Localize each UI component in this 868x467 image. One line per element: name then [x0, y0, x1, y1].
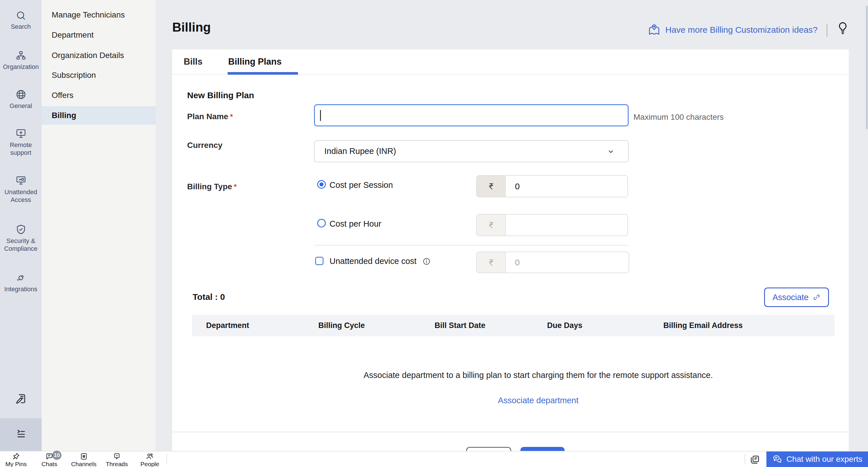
total-count: Total : 0 [193, 292, 225, 302]
unattended-device-cost-input[interactable]: 0 [476, 252, 629, 273]
bottom-bar-divider [745, 454, 745, 465]
radio-cost-per-session[interactable] [317, 180, 326, 189]
billing-ideas-text: Have more Billing Customization ideas? [665, 25, 817, 35]
rail-item-search[interactable]: Search [0, 10, 42, 30]
stacked-panels-icon[interactable] [750, 455, 760, 465]
bottom-item-my-pins[interactable]: My Pins [0, 453, 33, 467]
left-rail: Search Organization General Remote suppo… [0, 0, 42, 451]
scrollbar-thumb[interactable] [866, 6, 868, 129]
rail-item-console[interactable] [0, 428, 42, 439]
tab-bills[interactable]: Bills [184, 50, 203, 74]
remote-support-icon [16, 128, 26, 139]
unattended-device-cost-label: Unattended device cost [330, 257, 416, 266]
currency-label: Currency [187, 141, 222, 150]
billing-card: Bills Billing Plans New Billing Plan Pla… [172, 50, 849, 467]
cost-per-session-value: 0 [506, 176, 520, 197]
rail-item-label: Remote support [1, 141, 41, 156]
menu-item-department[interactable]: Department [42, 26, 156, 44]
rail-item-remote-support[interactable]: Remote support [0, 128, 42, 156]
rupee-icon [477, 176, 506, 197]
cost-per-session-label: Cost per Session [330, 180, 393, 190]
bottom-item-chats[interactable]: Chats 10 [32, 453, 67, 467]
cost-per-hour-input[interactable] [476, 214, 628, 236]
rail-item-label: Organization [3, 63, 39, 71]
associate-department-link[interactable]: Associate department [287, 396, 789, 405]
settings-menu-panel: Manage Technicians Department Organizati… [42, 0, 156, 451]
column-header: Billing Email Address [663, 315, 743, 336]
organization-icon [16, 51, 26, 61]
hash-channel-icon [80, 453, 88, 460]
radio-cost-per-hour[interactable] [317, 219, 326, 228]
required-asterisk: * [232, 182, 237, 191]
rail-bottom-section [0, 418, 42, 451]
billing-ideas-link[interactable]: Have more Billing Customization ideas? [648, 22, 817, 38]
column-header: Due Days [547, 315, 582, 336]
cost-per-hour-label: Cost per Hour [330, 219, 381, 229]
menu-item-billing[interactable]: Billing [42, 106, 156, 125]
rail-item-organization[interactable]: Organization [0, 51, 42, 71]
bottom-item-label: Threads [105, 461, 128, 467]
rail-item-label: Integrations [4, 285, 37, 293]
empty-state-message: Associate department to a billing plan t… [287, 371, 789, 380]
tab-billing-plans[interactable]: Billing Plans [228, 50, 282, 74]
unattended-device-cost-placeholder: 0 [506, 252, 520, 272]
rupee-icon [477, 214, 506, 235]
unattended-access-icon [16, 175, 26, 186]
associate-button[interactable]: Associate [764, 288, 829, 307]
section-divider [314, 245, 629, 245]
rupee-icon [477, 252, 506, 272]
plan-name-label: Plan Name* [187, 112, 233, 121]
chat-with-experts-label: Chat with our experts [786, 455, 863, 464]
chevron-down-icon [606, 147, 615, 156]
globe-icon [16, 89, 26, 100]
console-icon [15, 428, 27, 439]
people-icon [146, 453, 154, 460]
chat-with-experts-button[interactable]: Chat with our experts [766, 451, 868, 467]
billing-type-label: Billing Type* [187, 182, 237, 191]
column-header: Bill Start Date [435, 315, 485, 336]
text-cursor [320, 110, 321, 121]
rail-item-notes[interactable] [0, 393, 42, 405]
bottom-bar: My Pins Chats 10 Channels Threads [0, 451, 868, 467]
lightbulb-icon[interactable] [836, 21, 849, 36]
required-asterisk: * [228, 112, 233, 121]
rail-item-integrations[interactable]: Integrations [0, 272, 42, 293]
cost-per-session-input[interactable]: 0 [476, 175, 628, 197]
currency-select[interactable]: Indian Rupee (INR) [314, 140, 629, 162]
rail-item-label: Unattended Access [1, 188, 41, 204]
header-divider [827, 24, 827, 37]
link-icon [813, 293, 820, 301]
rail-item-unattended-access[interactable]: Unattended Access [0, 175, 42, 204]
plan-name-input[interactable] [314, 104, 629, 126]
shield-check-icon [16, 224, 26, 235]
unattended-device-cost-checkbox[interactable] [315, 257, 323, 265]
bottom-item-label: Chats [42, 461, 57, 467]
footer-divider [172, 432, 849, 432]
chat-bubbles-icon [772, 454, 782, 464]
rail-item-label: General [9, 102, 32, 110]
bottom-bar-divider [166, 454, 167, 465]
menu-item-offers[interactable]: Offers [42, 86, 156, 105]
column-header: Department [206, 315, 249, 336]
column-header: Billing Cycle [318, 315, 365, 336]
rail-item-security-compliance[interactable]: Security & Compliance [0, 224, 42, 253]
pin-icon [12, 453, 20, 460]
menu-item-subscription[interactable]: Subscription [42, 66, 156, 84]
bottom-item-people[interactable]: People [133, 453, 167, 467]
rail-item-label: Security & Compliance [1, 237, 41, 253]
info-icon[interactable] [423, 257, 431, 265]
plan-name-hint: Maximum 100 characters [633, 113, 724, 122]
rail-item-general[interactable]: General [0, 89, 42, 110]
chats-unread-badge: 10 [52, 450, 61, 460]
menu-item-manage-technicians[interactable]: Manage Technicians [42, 6, 156, 24]
currency-value: Indian Rupee (INR) [324, 146, 606, 156]
tab-bar: Bills Billing Plans [172, 50, 849, 75]
bottom-item-threads[interactable]: Threads [100, 453, 134, 467]
rail-item-label: Search [11, 23, 31, 30]
cost-per-hour-value [506, 214, 515, 235]
bottom-item-channels[interactable]: Channels [67, 453, 101, 467]
menu-item-organization-details[interactable]: Organization Details [42, 46, 156, 65]
association-table-header: Department Billing Cycle Bill Start Date… [192, 315, 834, 336]
search-icon [16, 10, 26, 21]
app-window: Search Organization General Remote suppo… [0, 0, 868, 467]
